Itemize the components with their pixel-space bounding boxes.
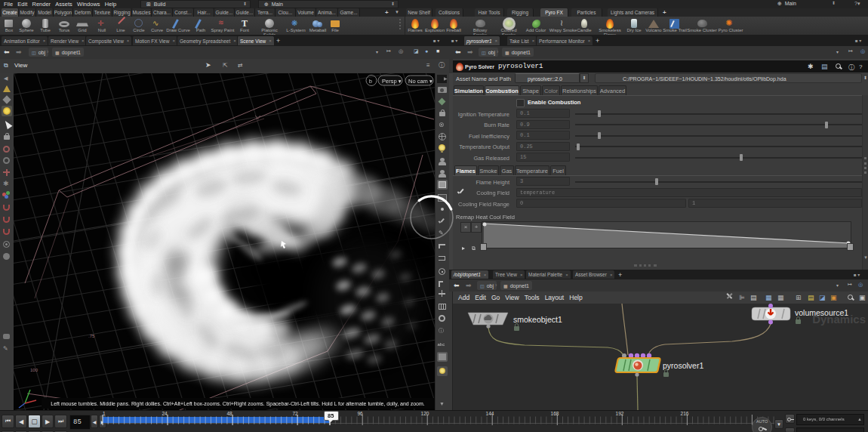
svg-text:192: 192 xyxy=(616,411,624,416)
svg-text:72: 72 xyxy=(292,411,298,416)
svg-text:volumesource1: volumesource1 xyxy=(795,308,848,317)
svg-text:96: 96 xyxy=(357,411,363,416)
svg-text:smokeobject1: smokeobject1 xyxy=(513,315,562,324)
svg-text:b: b xyxy=(369,79,372,84)
svg-text:1: 1 xyxy=(103,411,106,416)
svg-text:24: 24 xyxy=(162,411,168,416)
svg-text:.75: .75 xyxy=(88,334,95,338)
svg-text:100: 100 xyxy=(30,368,38,372)
svg-text:168: 168 xyxy=(551,411,559,416)
svg-text:120: 120 xyxy=(421,411,429,416)
svg-text:144: 144 xyxy=(486,411,494,416)
svg-text:Persp ▾: Persp ▾ xyxy=(382,78,402,85)
svg-text:No cam ▾: No cam ▾ xyxy=(408,78,432,85)
svg-text:pyrosolver1: pyrosolver1 xyxy=(663,361,703,370)
svg-text:216: 216 xyxy=(681,411,689,416)
svg-text:48: 48 xyxy=(226,411,232,416)
svg-text:Left mouse tumbles. Middle pan: Left mouse tumbles. Middle pans. Right d… xyxy=(51,401,425,407)
